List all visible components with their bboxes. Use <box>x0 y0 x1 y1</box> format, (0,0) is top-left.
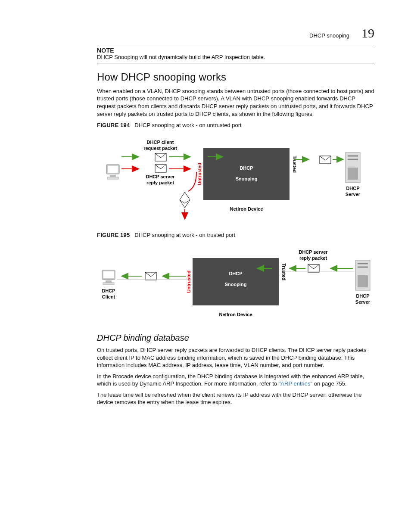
svg-rect-7 <box>107 177 118 179</box>
figure-195: DHCP Snooping NetIron Device DHCP Client… <box>97 241 374 327</box>
envelope-icon <box>320 156 331 164</box>
svg-rect-38 <box>103 283 114 285</box>
header-topic: DHCP snooping <box>309 32 349 39</box>
section-intro: When enabled on a VLAN, DHCP snooping st… <box>97 87 374 118</box>
svg-rect-44 <box>358 275 368 287</box>
figure-label: FIGURE 195 <box>97 232 130 238</box>
figure-caption: FIGURE 195 DHCP snooping at work - on tr… <box>97 232 374 238</box>
svg-text:DHCP: DHCP <box>102 288 115 293</box>
svg-text:Snooping: Snooping <box>236 176 258 181</box>
svg-text:request packet: request packet <box>143 146 177 151</box>
svg-text:Untrusted: Untrusted <box>186 271 191 293</box>
envelope-icon <box>155 153 166 161</box>
figure-194: DHCP Snooping NetIron Device DHCP Server… <box>97 131 374 226</box>
body-paragraph: On trusted ports, DHCP server reply pack… <box>97 346 374 369</box>
note-label: NOTE <box>97 47 374 54</box>
svg-text:Trusted: Trusted <box>292 156 297 173</box>
diagram-trusted: DHCP Snooping NetIron Device DHCP Client… <box>98 241 374 327</box>
divider <box>97 63 374 63</box>
svg-text:reply packet: reply packet <box>299 255 327 261</box>
page-content: DHCP snooping 19 NOTE DHCP Snooping will… <box>0 0 411 436</box>
svg-text:DHCP server: DHCP server <box>146 174 175 179</box>
svg-text:NetIron Device: NetIron Device <box>230 206 263 212</box>
section-heading: How DHCP snooping works <box>97 71 374 83</box>
svg-rect-0 <box>203 148 290 200</box>
discard-envelope-icon <box>180 192 190 208</box>
arp-entries-link[interactable]: "ARP entries" <box>279 380 312 387</box>
svg-rect-37 <box>106 280 112 283</box>
body-paragraph: The lease time will be refreshed when th… <box>97 391 374 406</box>
svg-text:Untrusted: Untrusted <box>197 163 202 185</box>
svg-text:reply packet: reply packet <box>146 180 174 185</box>
figure-caption-text: DHCP snooping at work - on untrusted por… <box>134 122 241 128</box>
svg-text:Snooping: Snooping <box>225 282 247 287</box>
computer-icon <box>106 165 119 179</box>
body-paragraph: In the Brocade device configuration, the… <box>97 373 374 388</box>
server-icon <box>355 260 370 290</box>
text-run: on page 755. <box>312 380 347 387</box>
subsection-heading: DHCP binding database <box>97 333 374 343</box>
envelope-icon <box>155 165 166 172</box>
svg-text:Server: Server <box>355 299 371 305</box>
server-icon <box>346 152 360 183</box>
figure-label: FIGURE 194 <box>97 122 130 128</box>
svg-text:DHCP client: DHCP client <box>147 140 174 145</box>
envelope-icon <box>308 264 319 272</box>
svg-rect-6 <box>110 175 116 177</box>
svg-text:Server: Server <box>346 192 361 197</box>
figure-caption-text: DHCP snooping at work - on trusted port <box>134 232 235 238</box>
figure-caption: FIGURE 194 DHCP snooping at work - on un… <box>97 122 374 128</box>
computer-icon <box>102 270 115 285</box>
svg-text:DHCP: DHCP <box>356 293 369 299</box>
svg-rect-5 <box>108 166 118 173</box>
divider <box>97 45 374 45</box>
svg-text:DHCP: DHCP <box>229 271 242 276</box>
svg-text:DHCP: DHCP <box>240 165 253 171</box>
svg-text:DHCP: DHCP <box>346 186 359 191</box>
svg-rect-36 <box>103 271 114 278</box>
svg-text:NetIron Device: NetIron Device <box>219 312 252 317</box>
page-number: 19 <box>361 26 374 40</box>
note-text: DHCP Snooping will not dynamically build… <box>97 54 374 61</box>
svg-text:DHCP server: DHCP server <box>299 249 328 255</box>
envelope-icon <box>145 272 156 280</box>
svg-text:Client: Client <box>102 294 115 299</box>
svg-rect-11 <box>348 168 358 180</box>
diagram-untrusted: DHCP Snooping NetIron Device DHCP Server… <box>104 131 367 226</box>
page-header: DHCP snooping 19 <box>97 26 374 40</box>
